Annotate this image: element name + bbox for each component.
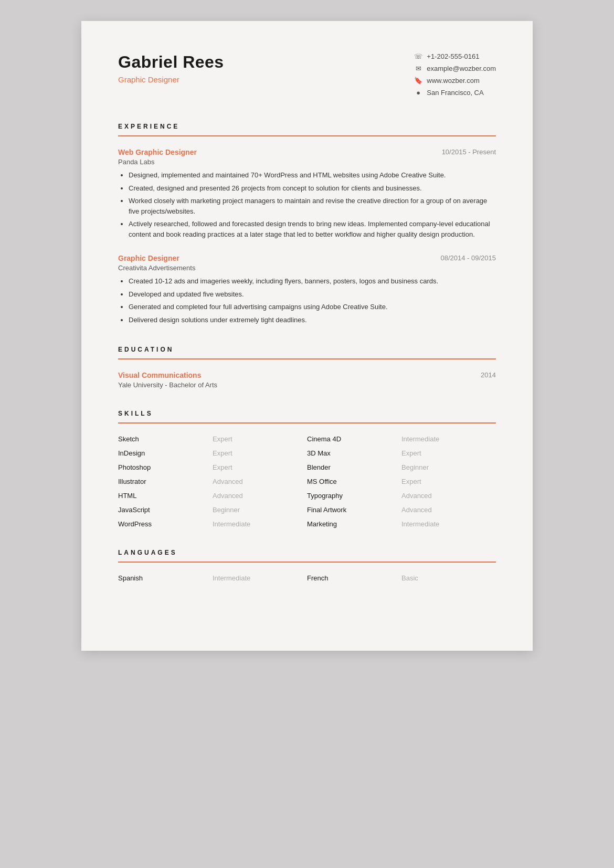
job-2-bullet-2: Developed and updated five websites. xyxy=(129,289,496,300)
skill-name-left-5: JavaScript xyxy=(118,506,213,514)
candidate-title: Graphic Designer xyxy=(118,75,224,84)
languages-section: LANGUAGES SpanishIntermediateFrenchBasic xyxy=(118,549,496,582)
skill-name-left-3: Illustrator xyxy=(118,478,213,485)
education-divider xyxy=(118,358,496,359)
location-value: San Francisco, CA xyxy=(427,89,483,97)
job-1-bullet-4: Actively researched, followed and foreca… xyxy=(129,219,496,239)
education-section-title: EDUCATION xyxy=(118,346,496,353)
contact-location: ● San Francisco, CA xyxy=(414,89,496,97)
job-2-bullets: Created 10-12 ads and imageries weekly, … xyxy=(118,276,496,325)
skills-divider xyxy=(118,422,496,424)
edu-item-1-year: 2014 xyxy=(481,371,496,379)
job-1: Web Graphic Designer 10/2015 - Present P… xyxy=(118,148,496,239)
job-1-company: Panda Labs xyxy=(118,158,496,166)
job-1-bullet-1: Designed, implemented and maintained 70+… xyxy=(129,170,496,181)
skill-name-left-0: Sketch xyxy=(118,435,213,443)
job-2-header: Graphic Designer 08/2014 - 09/2015 xyxy=(118,254,496,262)
languages-section-title: LANGUAGES xyxy=(118,549,496,556)
skill-level-left-0: Expert xyxy=(213,435,307,443)
candidate-name: Gabriel Rees xyxy=(118,52,224,72)
skill-name-left-6: WordPress xyxy=(118,520,213,528)
skill-level-right-1: Expert xyxy=(401,449,496,457)
job-2-bullet-1: Created 10-12 ads and imageries weekly, … xyxy=(129,276,496,287)
edu-item-1-school: Yale University - Bachelor of Arts xyxy=(118,381,496,389)
skill-name-right-1: 3D Max xyxy=(307,449,401,457)
email-value: example@wozber.com xyxy=(427,65,496,72)
lang-level-right-0: Basic xyxy=(401,574,496,582)
job-2-bullet-3: Generated and completed four full advert… xyxy=(129,302,496,312)
job-2-dates: 08/2014 - 09/2015 xyxy=(440,254,496,262)
skill-level-right-5: Advanced xyxy=(401,506,496,514)
email-icon: ✉ xyxy=(414,65,422,72)
skill-name-right-6: Marketing xyxy=(307,520,401,528)
skill-name-left-4: HTML xyxy=(118,492,213,500)
languages-divider xyxy=(118,562,496,563)
skill-level-left-5: Beginner xyxy=(213,506,307,514)
skill-level-right-6: Intermediate xyxy=(401,520,496,528)
skill-name-right-5: Final Artwork xyxy=(307,506,401,514)
skill-name-right-0: Cinema 4D xyxy=(307,435,401,443)
skill-level-left-4: Advanced xyxy=(213,492,307,500)
experience-section: EXPERIENCE Web Graphic Designer 10/2015 … xyxy=(118,123,496,325)
contact-website: 🔖 www.wozber.com xyxy=(414,77,496,84)
job-2-bullet-4: Delivered design solutions under extreme… xyxy=(129,315,496,325)
skills-section: SKILLS SketchExpertCinema 4DIntermediate… xyxy=(118,410,496,528)
resume-page: Gabriel Rees Graphic Designer ☏ +1-202-5… xyxy=(81,21,533,651)
job-2: Graphic Designer 08/2014 - 09/2015 Creat… xyxy=(118,254,496,325)
contact-phone: ☏ +1-202-555-0161 xyxy=(414,52,496,60)
lang-level-left-0: Intermediate xyxy=(213,574,307,582)
skill-level-left-2: Expert xyxy=(213,463,307,471)
job-1-title: Web Graphic Designer xyxy=(118,148,197,156)
skill-name-right-4: Typography xyxy=(307,492,401,500)
skills-grid: SketchExpertCinema 4DIntermediateInDesig… xyxy=(118,435,496,528)
languages-grid: SpanishIntermediateFrenchBasic xyxy=(118,574,496,582)
website-icon: 🔖 xyxy=(414,77,422,84)
edu-item-1-header: Visual Communications 2014 xyxy=(118,371,496,379)
lang-name-left-0: Spanish xyxy=(118,574,213,582)
contact-email: ✉ example@wozber.com xyxy=(414,65,496,72)
phone-icon: ☏ xyxy=(414,52,422,60)
edu-item-1: Visual Communications 2014 Yale Universi… xyxy=(118,371,496,389)
skill-level-left-6: Intermediate xyxy=(213,520,307,528)
job-2-title: Graphic Designer xyxy=(118,254,179,262)
job-2-company: Creativita Advertisements xyxy=(118,264,496,272)
job-1-header: Web Graphic Designer 10/2015 - Present xyxy=(118,148,496,156)
skill-level-left-1: Expert xyxy=(213,449,307,457)
education-section: EDUCATION Visual Communications 2014 Yal… xyxy=(118,346,496,389)
job-1-bullets: Designed, implemented and maintained 70+… xyxy=(118,170,496,239)
location-icon: ● xyxy=(414,89,422,97)
experience-divider xyxy=(118,135,496,136)
skills-section-title: SKILLS xyxy=(118,410,496,417)
edu-item-1-title: Visual Communications xyxy=(118,371,201,379)
skill-level-right-2: Beginner xyxy=(401,463,496,471)
skill-level-right-3: Expert xyxy=(401,478,496,485)
job-1-bullet-3: Worked closely with marketing project ma… xyxy=(129,196,496,216)
phone-value: +1-202-555-0161 xyxy=(427,52,479,60)
header-identity: Gabriel Rees Graphic Designer xyxy=(118,52,224,84)
job-1-bullet-2: Created, designed and presented 26 proje… xyxy=(129,183,496,194)
website-value: www.wozber.com xyxy=(427,77,479,84)
skill-name-right-2: Blender xyxy=(307,463,401,471)
experience-section-title: EXPERIENCE xyxy=(118,123,496,130)
skill-level-left-3: Advanced xyxy=(213,478,307,485)
lang-name-right-0: French xyxy=(307,574,401,582)
skill-name-left-1: InDesign xyxy=(118,449,213,457)
skill-name-left-2: Photoshop xyxy=(118,463,213,471)
skill-name-right-3: MS Office xyxy=(307,478,401,485)
skill-level-right-0: Intermediate xyxy=(401,435,496,443)
skill-level-right-4: Advanced xyxy=(401,492,496,500)
contact-info: ☏ +1-202-555-0161 ✉ example@wozber.com 🔖… xyxy=(414,52,496,97)
job-1-dates: 10/2015 - Present xyxy=(442,148,496,156)
resume-header: Gabriel Rees Graphic Designer ☏ +1-202-5… xyxy=(118,52,496,97)
